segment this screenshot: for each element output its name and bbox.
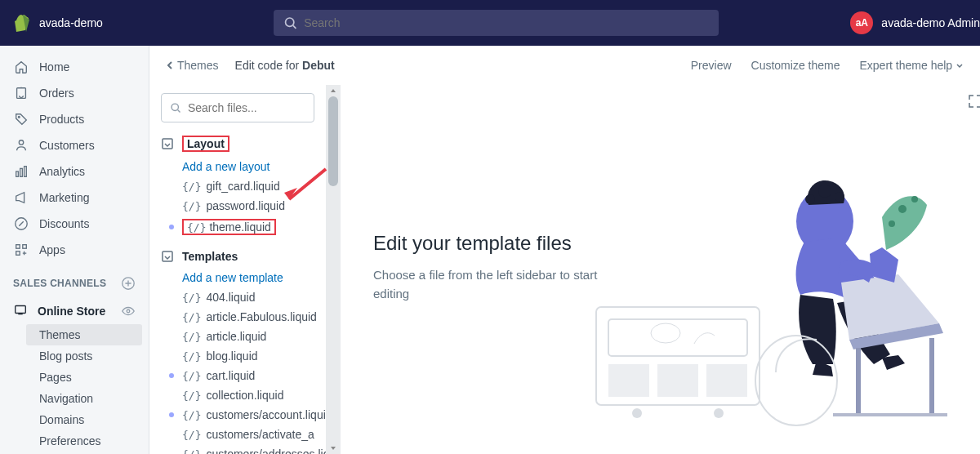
search-input[interactable] <box>304 16 709 29</box>
file-blog[interactable]: {/}blog.liquid <box>161 346 314 366</box>
empty-state-illustration <box>588 160 964 438</box>
vertical-scrollbar[interactable] <box>326 85 341 454</box>
nav-discounts[interactable]: Discounts <box>0 211 149 237</box>
breadcrumb-bar: Themes Edit code for Debut Preview Custo… <box>149 46 980 85</box>
svg-point-26 <box>632 408 642 418</box>
content-area: Themes Edit code for Debut Preview Custo… <box>149 46 980 454</box>
chevron-left-icon <box>166 60 174 70</box>
nav-products[interactable]: Products <box>0 106 149 132</box>
folder-collapse-icon <box>161 250 174 263</box>
svg-point-39 <box>889 220 895 227</box>
nav-domains[interactable]: Domains <box>33 409 149 430</box>
svg-point-30 <box>805 194 815 204</box>
store-name: avada-demo <box>39 16 103 29</box>
customize-link[interactable]: Customize theme <box>751 59 840 72</box>
add-template-link[interactable]: Add a new template <box>161 268 314 287</box>
expand-icon[interactable] <box>967 93 980 109</box>
avatar: aA <box>850 11 873 34</box>
file-article-fabulous[interactable]: {/}article.Fabulous.liquid <box>161 307 314 327</box>
scroll-thumb[interactable] <box>328 96 338 186</box>
nav-analytics[interactable]: Analytics <box>0 158 149 185</box>
svg-rect-7 <box>24 167 27 177</box>
file-search[interactable] <box>161 93 314 122</box>
modified-dot-icon <box>169 412 174 417</box>
folder-collapse-icon <box>161 137 174 150</box>
svg-line-18 <box>178 110 180 113</box>
file-article[interactable]: {/}article.liquid <box>161 327 314 346</box>
svg-point-17 <box>172 104 178 110</box>
page-title: Edit code for Debut <box>235 59 335 72</box>
file-customers-account[interactable]: {/}customers/account.liquid <box>161 405 314 425</box>
svg-rect-10 <box>23 245 27 249</box>
products-icon <box>13 111 29 127</box>
file-customers-addresses[interactable]: {/}customers/addresses.liquid <box>161 444 314 454</box>
scroll-down-icon[interactable] <box>329 444 337 452</box>
svg-point-33 <box>755 336 837 425</box>
file-search-input[interactable] <box>188 101 305 114</box>
file-theme-liquid[interactable]: {/} theme.liquid <box>161 216 314 238</box>
nav-marketing[interactable]: Marketing <box>0 185 149 211</box>
preview-link[interactable]: Preview <box>691 59 732 72</box>
modified-dot-icon <box>169 225 174 229</box>
add-layout-link[interactable]: Add a new layout <box>161 157 314 176</box>
sales-channels-header: SALES CHANNELS <box>0 263 149 297</box>
orders-icon <box>13 85 29 101</box>
online-store-icon <box>13 302 28 319</box>
svg-rect-9 <box>16 245 20 249</box>
folder-templates[interactable]: Templates <box>161 250 314 263</box>
svg-point-27 <box>714 408 724 418</box>
nav-customers[interactable]: Customers <box>0 132 149 158</box>
nav-apps[interactable]: Apps <box>0 237 149 263</box>
nav-online-store[interactable]: Online Store <box>0 297 149 324</box>
svg-point-4 <box>19 140 23 145</box>
svg-point-37 <box>898 205 906 213</box>
file-sidebar: Layout Add a new layout {/}gift_card.liq… <box>149 85 326 454</box>
nav-orders[interactable]: Orders <box>0 80 149 106</box>
search-icon <box>170 101 181 114</box>
svg-line-1 <box>293 25 296 28</box>
back-to-themes[interactable]: Themes <box>166 59 219 72</box>
user-menu[interactable]: aA avada-demo Admin <box>850 11 980 34</box>
editor-preview: Edit your template files Choose a file f… <box>341 85 980 454</box>
nav-themes[interactable]: Themes <box>26 324 142 345</box>
scroll-up-icon[interactable] <box>329 87 337 95</box>
svg-rect-2 <box>17 88 26 99</box>
file-customers-activate[interactable]: {/}customers/activate_account.liquid <box>161 425 314 444</box>
global-search[interactable] <box>274 10 719 36</box>
svg-rect-35 <box>929 338 934 413</box>
svg-rect-14 <box>18 314 22 315</box>
file-collection[interactable]: {/}collection.liquid <box>161 385 314 405</box>
folder-layout[interactable]: Layout <box>161 136 314 152</box>
expert-help-link[interactable]: Expert theme help <box>859 59 964 72</box>
file-gift-card[interactable]: {/}gift_card.liquid <box>161 176 314 196</box>
svg-rect-11 <box>16 251 20 256</box>
svg-rect-34 <box>856 348 861 413</box>
nav-blog-posts[interactable]: Blog posts <box>33 345 149 367</box>
chevron-down-icon <box>956 63 964 69</box>
svg-point-15 <box>127 309 130 313</box>
home-icon <box>13 59 29 75</box>
file-404[interactable]: {/}404.liquid <box>161 287 314 307</box>
file-password[interactable]: {/}password.liquid <box>161 196 314 216</box>
add-channel-icon[interactable] <box>121 276 136 291</box>
file-cart[interactable]: {/}cart.liquid <box>161 366 314 385</box>
customers-icon <box>13 137 29 154</box>
left-nav: Home Orders Products Customers Analytics… <box>0 46 149 454</box>
svg-rect-36 <box>833 413 947 416</box>
search-icon <box>283 16 297 30</box>
nav-home[interactable]: Home <box>0 54 149 80</box>
nav-pages[interactable]: Pages <box>33 367 149 388</box>
svg-point-32 <box>835 192 844 202</box>
svg-point-38 <box>911 196 918 203</box>
svg-point-0 <box>286 18 294 26</box>
view-store-icon[interactable] <box>121 304 136 318</box>
modified-dot-icon <box>169 373 174 378</box>
svg-point-3 <box>18 116 20 118</box>
shopify-logo-icon <box>13 13 33 33</box>
top-bar: avada-demo aA avada-demo Admin <box>0 0 980 46</box>
svg-point-28 <box>651 323 680 343</box>
nav-preferences[interactable]: Preferences <box>33 430 149 452</box>
svg-rect-5 <box>16 171 19 176</box>
store-logo[interactable]: avada-demo <box>13 13 103 33</box>
nav-navigation[interactable]: Navigation <box>33 388 149 409</box>
